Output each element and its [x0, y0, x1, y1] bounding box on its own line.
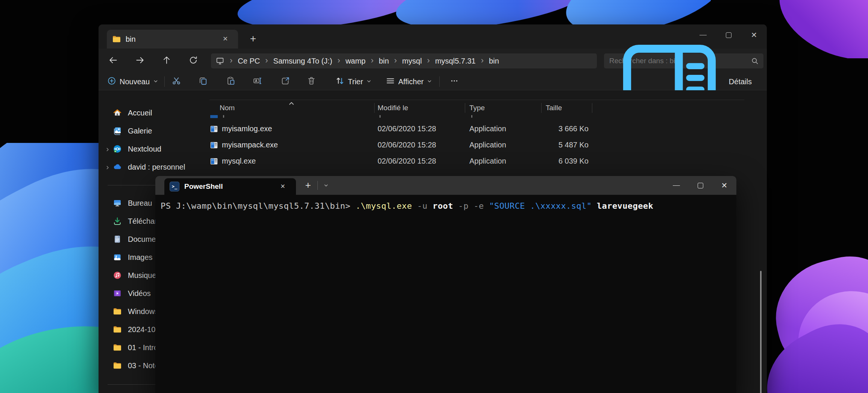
copy-button[interactable] — [198, 73, 208, 90]
breadcrumb-chevron-icon: › — [262, 56, 271, 67]
refresh-icon — [188, 55, 198, 67]
sidebar-item-nextcloud[interactable]: Nextcloud — [99, 140, 209, 158]
new-tab-button[interactable]: + — [246, 32, 260, 46]
view-lines-icon — [385, 76, 395, 88]
terminal-dropdown-button[interactable] — [320, 181, 332, 190]
desktop-icon — [113, 199, 122, 208]
breadcrumb-item[interactable]: mysql5.7.31 — [433, 56, 478, 67]
terminal-body[interactable]: PS J:\wamp\bin\mysql\mysql5.7.31\bin> .\… — [155, 195, 736, 393]
breadcrumb-chevron-icon: › — [368, 56, 376, 67]
up-button[interactable] — [158, 52, 175, 70]
table-row[interactable]: mysql.exe02/06/2020 15:28Application6 03… — [209, 153, 759, 170]
column-divider[interactable] — [465, 103, 465, 113]
forward-button[interactable] — [131, 52, 149, 70]
delete-button[interactable] — [307, 73, 316, 90]
videos-icon — [113, 289, 122, 298]
paste-button[interactable] — [226, 73, 236, 90]
sidebar-item-label: Accueil — [128, 109, 152, 117]
breadcrumb-item[interactable]: mysql — [400, 56, 424, 67]
application-exe-icon — [209, 124, 219, 134]
address-bar[interactable]: › Ce PC›Samsung 4To (J:)›wamp›bin›mysql›… — [211, 53, 597, 68]
search-icon — [751, 57, 759, 65]
file-modified: 02/06/2020 15:28 — [378, 124, 436, 133]
file-type: Application — [469, 124, 506, 133]
more-options-button[interactable] — [449, 73, 459, 90]
toolbar-divider — [439, 76, 440, 87]
new-plus-icon — [107, 76, 117, 88]
terminal-window: >_ PowerShell ✕ + ✕ PS J:\wamp\bin\mysql… — [155, 176, 736, 393]
file-name: myisamlog.exe — [222, 124, 272, 133]
sort-button[interactable]: Trier — [335, 73, 372, 90]
onedrive-icon — [113, 162, 122, 171]
breadcrumb-chevron-icon: › — [424, 56, 433, 67]
column-divider[interactable] — [592, 103, 592, 113]
breadcrumb-item[interactable]: Ce PC — [235, 56, 262, 67]
file-type: Application — [469, 157, 506, 165]
column-divider[interactable] — [541, 103, 542, 113]
toolbar-divider — [164, 76, 165, 87]
terminal-window-controls: ✕ — [664, 176, 736, 195]
chevron-down-icon — [426, 77, 432, 86]
sort-label: Trier — [348, 77, 363, 86]
sidebar-item-galerie[interactable]: Galerie — [99, 122, 209, 140]
ellipsis-icon — [449, 76, 459, 88]
sidebar-item-label: Vidéos — [128, 289, 151, 298]
close-button[interactable]: ✕ — [741, 24, 767, 46]
folder-icon — [113, 343, 122, 352]
sidebar-item-accueil[interactable]: Accueil — [99, 104, 209, 122]
refresh-button[interactable] — [185, 52, 202, 70]
explorer-toolbar: Nouveau Trier Afficher — [99, 73, 767, 90]
sidebar-item-david-personnel[interactable]: david : personnel — [99, 158, 209, 176]
maximize-button[interactable] — [688, 176, 712, 195]
rename-icon — [253, 76, 263, 88]
close-button[interactable]: ✕ — [712, 176, 736, 195]
sidebar-item-label: 03 - Note — [128, 361, 159, 370]
chevron-right-icon[interactable] — [105, 164, 111, 170]
rename-button[interactable] — [253, 73, 263, 90]
file-modified: 02/06/2020 15:28 — [378, 157, 436, 165]
cut-button[interactable] — [171, 73, 181, 90]
explorer-tab-bin[interactable]: bin ✕ — [107, 30, 238, 49]
close-tab-icon[interactable]: ✕ — [220, 34, 231, 44]
minimize-button[interactable] — [664, 176, 688, 195]
new-button[interactable]: Nouveau — [107, 73, 159, 90]
forward-icon — [135, 55, 145, 67]
desktop: bin ✕ + ✕ › Ce PC›Samsung 4To (J:)›wamp›… — [0, 0, 868, 393]
sidebar-item-label: Galerie — [128, 127, 152, 135]
command-token-param: -u — [417, 201, 427, 211]
powershell-icon: >_ — [170, 182, 179, 191]
paste-icon — [226, 76, 236, 88]
breadcrumb-item[interactable]: wamp — [343, 56, 368, 67]
folder-icon — [113, 307, 122, 316]
column-header-modified[interactable]: Modifié le — [378, 104, 408, 112]
new-label: Nouveau — [120, 77, 150, 86]
terminal-tab-powershell[interactable]: >_ PowerShell ✕ — [164, 178, 296, 195]
chevron-right-icon[interactable] — [105, 146, 111, 152]
command-token-param: -e — [473, 201, 484, 211]
terminal-new-tab-button[interactable]: + — [301, 179, 315, 192]
column-header-type[interactable]: Type — [469, 104, 485, 112]
breadcrumb-chevron-icon: › — [334, 56, 343, 67]
back-button[interactable] — [105, 52, 122, 70]
table-row[interactable]: myisamlog.exe02/06/2020 15:28Application… — [209, 121, 759, 137]
chevron-down-icon — [153, 77, 159, 86]
file-size: 6 039 Ko — [507, 157, 589, 165]
wallpaper-right-bloom — [766, 241, 868, 393]
music-icon — [113, 271, 122, 280]
details-button[interactable]: Détails — [613, 73, 755, 90]
breadcrumb-item[interactable]: Samsung 4To (J:) — [271, 56, 335, 67]
column-header-name[interactable]: Nom — [220, 104, 235, 112]
sidebar-item-label: Nextcloud — [128, 145, 161, 153]
tab-title: bin — [126, 35, 136, 44]
column-header-size[interactable]: Taille — [546, 104, 562, 112]
breadcrumb-item[interactable]: bin — [376, 56, 391, 67]
explorer-scrollbar-thumb[interactable] — [760, 271, 762, 393]
close-icon: ✕ — [721, 182, 728, 189]
share-button[interactable] — [281, 73, 290, 90]
table-row[interactable]: myisampack.exe02/06/2020 15:28Applicatio… — [209, 137, 759, 153]
column-divider[interactable] — [374, 103, 375, 113]
breadcrumb-item[interactable]: bin — [487, 56, 501, 67]
sidebar-item-label: Bureau — [128, 199, 152, 208]
close-tab-icon[interactable]: ✕ — [278, 182, 288, 191]
view-button[interactable]: Afficher — [385, 73, 432, 90]
